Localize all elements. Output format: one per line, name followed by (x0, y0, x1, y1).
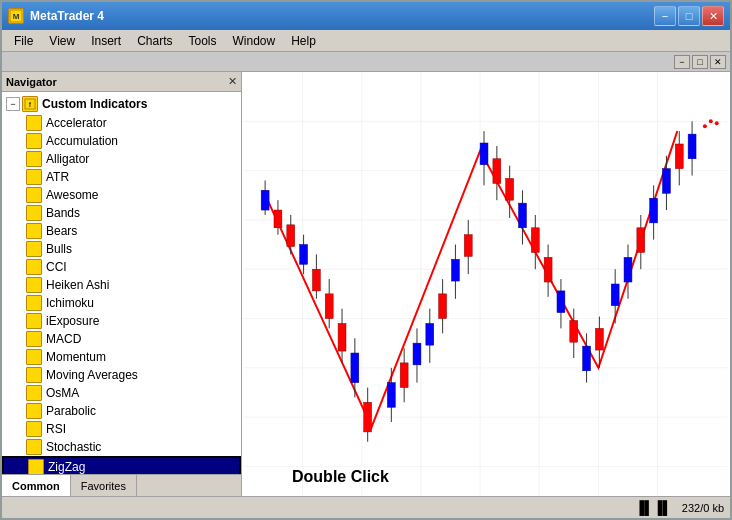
mdi-bar: − □ ✕ (2, 52, 730, 72)
indicator-icon (26, 367, 42, 383)
indicator-icon (26, 331, 42, 347)
maximize-button[interactable]: □ (678, 6, 700, 26)
indicator-icon (26, 421, 42, 437)
indicator-icon (26, 133, 42, 149)
svg-point-87 (709, 119, 713, 123)
menu-window[interactable]: Window (225, 32, 284, 50)
tree-item-momentum[interactable]: Momentum (2, 348, 241, 366)
svg-rect-35 (351, 353, 359, 383)
main-area: Navigator ✕ − f Custom Indicators (2, 72, 730, 496)
main-window: M MetaTrader 4 − □ ✕ File View Insert Ch… (0, 0, 732, 520)
svg-rect-65 (557, 291, 565, 313)
double-click-label: Double Click (292, 468, 389, 486)
svg-rect-39 (387, 383, 395, 408)
svg-rect-37 (364, 402, 372, 432)
item-label: Heiken Ashi (46, 278, 109, 292)
svg-rect-85 (688, 134, 696, 159)
tree-item-ichimoku[interactable]: Ichimoku (2, 294, 241, 312)
navigator-tree[interactable]: − f Custom Indicators Accelerator (2, 92, 241, 474)
menu-tools[interactable]: Tools (181, 32, 225, 50)
indicator-icon (26, 223, 42, 239)
tree-item-bands[interactable]: Bands (2, 204, 241, 222)
item-label: Momentum (46, 350, 106, 364)
tree-item-cci[interactable]: CCI (2, 258, 241, 276)
svg-text:M: M (13, 12, 20, 21)
item-label: RSI (46, 422, 66, 436)
svg-rect-31 (325, 294, 333, 319)
tab-common[interactable]: Common (2, 475, 71, 496)
tree-expand-icon[interactable]: − (6, 97, 20, 111)
indicator-icon (26, 439, 42, 455)
svg-rect-53 (480, 143, 488, 165)
tree-item-zigzag[interactable]: ZigZag (2, 456, 241, 474)
tree-item-alligator[interactable]: Alligator (2, 150, 241, 168)
tree-item-iexposure[interactable]: iExposure (2, 312, 241, 330)
indicator-icon (26, 295, 42, 311)
tree-item-rsi[interactable]: RSI (2, 420, 241, 438)
svg-rect-75 (624, 257, 632, 282)
navigator-tabs: Common Favorites (2, 474, 241, 496)
tree-item-accelerator[interactable]: Accelerator (2, 114, 241, 132)
svg-rect-63 (544, 257, 552, 282)
tree-item-bulls[interactable]: Bulls (2, 240, 241, 258)
tree-root-icon: f (22, 96, 38, 112)
svg-rect-47 (439, 294, 447, 319)
menu-bar: File View Insert Charts Tools Window Hel… (2, 30, 730, 52)
indicator-icon (26, 187, 42, 203)
custom-indicators-label: Custom Indicators (42, 97, 147, 111)
navigator-close-button[interactable]: ✕ (228, 75, 237, 88)
menu-help[interactable]: Help (283, 32, 324, 50)
close-button[interactable]: ✕ (702, 6, 724, 26)
chart-area[interactable]: Double Click (242, 72, 730, 496)
status-bars-icon: ▐▌▐▌ (635, 500, 672, 515)
tab-favorites[interactable]: Favorites (71, 475, 137, 496)
item-label: MACD (46, 332, 81, 346)
tree-item-parabolic[interactable]: Parabolic (2, 402, 241, 420)
svg-rect-21 (261, 190, 269, 210)
svg-rect-71 (595, 328, 603, 350)
svg-rect-23 (274, 210, 282, 228)
title-bar-left: M MetaTrader 4 (8, 8, 104, 24)
menu-charts[interactable]: Charts (129, 32, 180, 50)
tree-item-stochastic[interactable]: Stochastic (2, 438, 241, 456)
menu-view[interactable]: View (41, 32, 83, 50)
svg-rect-61 (531, 228, 539, 253)
tree-item-heiken-ashi[interactable]: Heiken Ashi (2, 276, 241, 294)
item-label: Stochastic (46, 440, 101, 454)
item-label: OsMA (46, 386, 79, 400)
app-icon: M (8, 8, 24, 24)
menu-file[interactable]: File (6, 32, 41, 50)
indicator-icon (26, 259, 42, 275)
navigator-title: Navigator (6, 76, 57, 88)
svg-rect-33 (338, 323, 346, 351)
indicator-icon (26, 349, 42, 365)
item-label: Bears (46, 224, 77, 238)
svg-rect-77 (637, 228, 645, 253)
mdi-restore[interactable]: □ (692, 55, 708, 69)
tree-item-macd[interactable]: MACD (2, 330, 241, 348)
status-size: 232/0 kb (682, 502, 724, 514)
item-label: Accumulation (46, 134, 118, 148)
minimize-button[interactable]: − (654, 6, 676, 26)
tree-item-atr[interactable]: ATR (2, 168, 241, 186)
title-bar-controls: − □ ✕ (654, 6, 724, 26)
mdi-minimize[interactable]: − (674, 55, 690, 69)
indicator-icon (26, 151, 42, 167)
tree-item-bears[interactable]: Bears (2, 222, 241, 240)
svg-rect-51 (464, 235, 472, 257)
svg-rect-67 (570, 320, 578, 342)
tree-item-accumulation[interactable]: Accumulation (2, 132, 241, 150)
item-label: iExposure (46, 314, 99, 328)
menu-insert[interactable]: Insert (83, 32, 129, 50)
mdi-close[interactable]: ✕ (710, 55, 726, 69)
tree-item-moving-averages[interactable]: Moving Averages (2, 366, 241, 384)
tree-item-awesome[interactable]: Awesome (2, 186, 241, 204)
status-right: ▐▌▐▌ 232/0 kb (635, 500, 724, 515)
indicator-icon (26, 277, 42, 293)
svg-rect-73 (611, 284, 619, 306)
tree-root-custom-indicators[interactable]: − f Custom Indicators (2, 94, 241, 114)
item-label: Awesome (46, 188, 98, 202)
item-label: Bands (46, 206, 80, 220)
svg-rect-69 (583, 346, 591, 371)
tree-item-osma[interactable]: OsMA (2, 384, 241, 402)
